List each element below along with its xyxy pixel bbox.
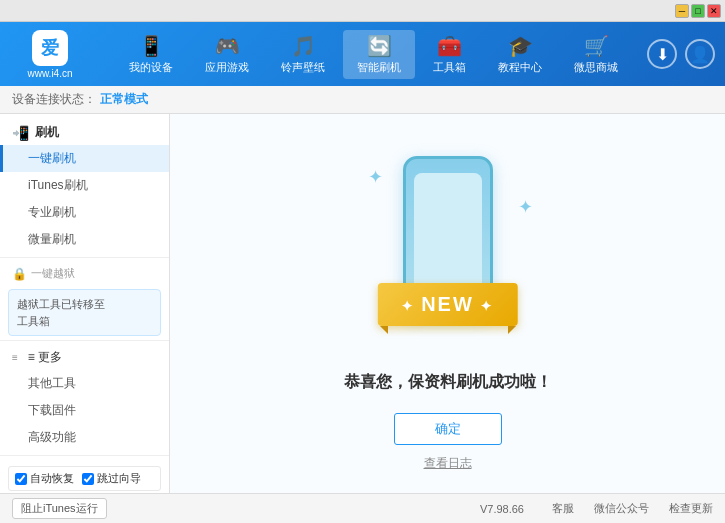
status-bar: 设备连接状态： 正常模式 bbox=[0, 86, 725, 114]
sidebar-divider-3 bbox=[0, 455, 169, 456]
footer: 阻止iTunes运行 V7.98.66 客服 微信公众号 检查更新 bbox=[0, 493, 725, 523]
nav-smart-flash[interactable]: 🔄 智能刷机 bbox=[343, 30, 415, 79]
auto-restore-input[interactable] bbox=[15, 473, 27, 485]
smart-flash-icon: 🔄 bbox=[367, 34, 392, 58]
sidebar-advanced-label: 高级功能 bbox=[28, 430, 76, 444]
sidebar-item-pro-label: 专业刷机 bbox=[28, 205, 76, 219]
footer-left: 阻止iTunes运行 bbox=[12, 498, 480, 519]
skip-wizard-label: 跳过向导 bbox=[97, 471, 141, 486]
device-checkboxes: 自动恢复 跳过向导 bbox=[8, 466, 161, 491]
status-label: 设备连接状态： bbox=[12, 91, 96, 108]
download-button[interactable]: ⬇ bbox=[647, 39, 677, 69]
my-device-icon: 📱 bbox=[139, 34, 164, 58]
daily-link[interactable]: 查看日志 bbox=[424, 455, 472, 472]
nav-ringtones-label: 铃声壁纸 bbox=[281, 60, 325, 75]
nav-apps-games-label: 应用游戏 bbox=[205, 60, 249, 75]
sidebar-item-itunes-flash[interactable]: iTunes刷机 bbox=[0, 172, 169, 199]
header: 爱 www.i4.cn 📱 我的设备 🎮 应用游戏 🎵 铃声壁纸 🔄 智能刷机 … bbox=[0, 22, 725, 86]
nav-wechat-shop[interactable]: 🛒 微思商城 bbox=[560, 30, 632, 79]
footer-right: V7.98.66 客服 微信公众号 检查更新 bbox=[480, 501, 713, 516]
wechat-shop-icon: 🛒 bbox=[584, 34, 609, 58]
success-text: 恭喜您，保资料刷机成功啦！ bbox=[344, 372, 552, 393]
nav-wechat-shop-label: 微思商城 bbox=[574, 60, 618, 75]
sidebar-item-one-key-flash[interactable]: 一键刷机 bbox=[0, 145, 169, 172]
status-value: 正常模式 bbox=[100, 91, 148, 108]
sidebar-item-download-fw[interactable]: 下载固件 bbox=[0, 397, 169, 424]
nav-toolbox-label: 工具箱 bbox=[433, 60, 466, 75]
sparkle-left: ✦ bbox=[368, 166, 383, 188]
nav-toolbox[interactable]: 🧰 工具箱 bbox=[419, 30, 480, 79]
sidebar-item-advanced[interactable]: 高级功能 bbox=[0, 424, 169, 451]
itunes-block-button[interactable]: 阻止iTunes运行 bbox=[12, 498, 107, 519]
flash-group-icon: 📲 bbox=[12, 125, 29, 141]
nav-apps-games[interactable]: 🎮 应用游戏 bbox=[191, 30, 263, 79]
sidebar-other-tools-label: 其他工具 bbox=[28, 376, 76, 390]
nav-smart-flash-label: 智能刷机 bbox=[357, 60, 401, 75]
sidebar-download-fw-label: 下载固件 bbox=[28, 403, 76, 417]
auto-restore-label: 自动恢复 bbox=[30, 471, 74, 486]
nav-items: 📱 我的设备 🎮 应用游戏 🎵 铃声壁纸 🔄 智能刷机 🧰 工具箱 🎓 教程中心… bbox=[100, 30, 647, 79]
maximize-button[interactable]: □ bbox=[691, 4, 705, 18]
new-badge: NEW bbox=[377, 283, 517, 326]
skip-wizard-checkbox[interactable]: 跳过向导 bbox=[82, 471, 141, 486]
sidebar-item-micro-flash[interactable]: 微量刷机 bbox=[0, 226, 169, 253]
sidebar-item-pro-flash[interactable]: 专业刷机 bbox=[0, 199, 169, 226]
skip-wizard-input[interactable] bbox=[82, 473, 94, 485]
jailbreak-group: 🔒 一键越狱 bbox=[0, 262, 169, 285]
sidebar-divider-2 bbox=[0, 340, 169, 341]
logo: 爱 www.i4.cn bbox=[10, 30, 90, 79]
info-box: 越狱工具已转移至工具箱 bbox=[8, 289, 161, 336]
user-button[interactable]: 👤 bbox=[685, 39, 715, 69]
info-text: 越狱工具已转移至工具箱 bbox=[17, 298, 105, 327]
jailbreak-label: 一键越狱 bbox=[31, 266, 75, 281]
ringtones-icon: 🎵 bbox=[291, 34, 316, 58]
sidebar-item-other-tools[interactable]: 其他工具 bbox=[0, 370, 169, 397]
lock-icon: 🔒 bbox=[12, 267, 27, 281]
tutorials-icon: 🎓 bbox=[508, 34, 533, 58]
nav-my-device-label: 我的设备 bbox=[129, 60, 173, 75]
nav-tutorials[interactable]: 🎓 教程中心 bbox=[484, 30, 556, 79]
apps-games-icon: 🎮 bbox=[215, 34, 240, 58]
nav-tutorials-label: 教程中心 bbox=[498, 60, 542, 75]
nav-right: ⬇ 👤 bbox=[647, 39, 715, 69]
update-link[interactable]: 检查更新 bbox=[669, 501, 713, 516]
main-area: 📲 刷机 一键刷机 iTunes刷机 专业刷机 微量刷机 🔒 一键越狱 越狱工具… bbox=[0, 114, 725, 493]
sidebar-divider-1 bbox=[0, 257, 169, 258]
version-label: V7.98.66 bbox=[480, 503, 524, 515]
logo-text: www.i4.cn bbox=[27, 68, 72, 79]
sidebar-item-itunes-label: iTunes刷机 bbox=[28, 178, 88, 192]
more-icon: ≡ bbox=[12, 352, 18, 363]
sidebar: 📲 刷机 一键刷机 iTunes刷机 专业刷机 微量刷机 🔒 一键越狱 越狱工具… bbox=[0, 114, 170, 493]
phone-screen bbox=[414, 173, 482, 293]
success-illustration: ✦ ✦ NEW bbox=[348, 136, 548, 356]
flash-group-title: 刷机 bbox=[35, 124, 59, 141]
more-title: ≡ ≡ 更多 bbox=[0, 345, 169, 370]
wechat-link[interactable]: 微信公众号 bbox=[594, 501, 649, 516]
logo-icon: 爱 bbox=[32, 30, 68, 66]
support-link[interactable]: 客服 bbox=[552, 501, 574, 516]
content-area: ✦ ✦ NEW 恭喜您，保资料刷机成功啦！ 确定 查看日志 bbox=[170, 114, 725, 493]
more-title-label: ≡ 更多 bbox=[28, 349, 62, 366]
confirm-button[interactable]: 确定 bbox=[394, 413, 502, 445]
nav-my-device[interactable]: 📱 我的设备 bbox=[115, 30, 187, 79]
device-section: 自动恢复 跳过向导 📱 iPhone 12 mini 64GB Down-12m… bbox=[0, 460, 169, 493]
minimize-button[interactable]: ─ bbox=[675, 4, 689, 18]
ribbon-corner-left bbox=[380, 326, 388, 334]
sparkle-right: ✦ bbox=[518, 196, 533, 218]
flash-group: 📲 刷机 bbox=[0, 120, 169, 145]
ribbon-corner-right bbox=[508, 326, 516, 334]
title-bar: ─ □ ✕ bbox=[0, 0, 725, 22]
toolbox-icon: 🧰 bbox=[437, 34, 462, 58]
sidebar-item-micro-label: 微量刷机 bbox=[28, 232, 76, 246]
nav-ringtones[interactable]: 🎵 铃声壁纸 bbox=[267, 30, 339, 79]
sidebar-item-one-key-label: 一键刷机 bbox=[28, 151, 76, 165]
auto-restore-checkbox[interactable]: 自动恢复 bbox=[15, 471, 74, 486]
close-button[interactable]: ✕ bbox=[707, 4, 721, 18]
